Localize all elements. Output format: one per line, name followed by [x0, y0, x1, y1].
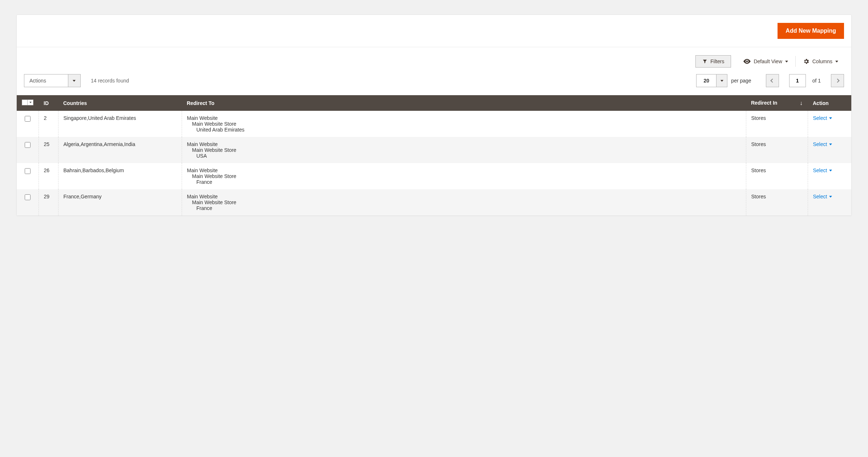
- redirect-to-line: Main Website: [187, 194, 741, 199]
- topbar: Add New Mapping: [17, 15, 851, 47]
- eye-icon: [743, 59, 751, 64]
- row-checkbox-cell: [17, 189, 39, 215]
- header-redirect-in-label: Redirect In: [751, 100, 777, 106]
- gear-icon: [803, 58, 810, 65]
- redirect-to-line: Main Website Store: [187, 173, 741, 179]
- row-select-label: Select: [813, 167, 827, 173]
- row-redirect-to: Main WebsiteMain Website StoreUSA: [182, 137, 746, 163]
- header-action: Action: [808, 95, 851, 111]
- select-all-dropdown[interactable]: [28, 100, 33, 105]
- controlbar-left: Actions 14 records found: [24, 74, 129, 87]
- records-found-label: 14 records found: [91, 78, 129, 84]
- controlbar-right: 20 per page of 1: [696, 74, 844, 87]
- actions-label: Actions: [24, 74, 68, 87]
- page-size-dropdown-toggle[interactable]: [716, 74, 727, 87]
- redirect-to-line: Main Website: [187, 167, 741, 173]
- row-action-cell: Select: [808, 137, 851, 163]
- funnel-icon: [702, 59, 707, 64]
- row-checkbox[interactable]: [25, 116, 31, 122]
- row-redirect-in: Stores: [746, 163, 808, 189]
- row-checkbox-cell: [17, 137, 39, 163]
- redirect-to-line: France: [187, 205, 741, 211]
- sort-arrow-down-icon: ↓: [800, 100, 803, 106]
- row-select-action[interactable]: Select: [813, 194, 832, 199]
- default-view-button[interactable]: Default View: [738, 56, 794, 67]
- row-checkbox[interactable]: [25, 194, 31, 200]
- redirect-to-line: Main Website Store: [187, 147, 741, 153]
- header-redirect-in[interactable]: Redirect In ↓: [746, 95, 808, 111]
- table-header-row: ID Countries Redirect To Redirect In ↓ A…: [17, 95, 851, 111]
- redirect-to-line: Main Website: [187, 115, 741, 121]
- caret-down-icon: [835, 61, 838, 62]
- redirect-to-line: France: [187, 179, 741, 185]
- caret-down-icon: [829, 117, 832, 119]
- row-id: 25: [39, 137, 58, 163]
- row-id: 29: [39, 189, 58, 215]
- row-redirect-to: Main WebsiteMain Website StoreFrance: [182, 163, 746, 189]
- row-select-label: Select: [813, 115, 827, 121]
- grid-toolbar: Filters Default View Columns: [17, 47, 851, 68]
- toolbar-divider: [795, 56, 796, 67]
- prev-page-button[interactable]: [766, 74, 779, 87]
- columns-button[interactable]: Columns: [797, 55, 844, 68]
- row-action-cell: Select: [808, 189, 851, 215]
- caret-down-icon: [29, 102, 32, 103]
- row-countries: France,Germany: [58, 189, 182, 215]
- row-select-label: Select: [813, 141, 827, 147]
- header-countries[interactable]: Countries: [58, 95, 182, 111]
- mappings-table: ID Countries Redirect To Redirect In ↓ A…: [17, 95, 851, 215]
- page-size-select[interactable]: 20: [696, 74, 727, 87]
- row-redirect-in: Stores: [746, 137, 808, 163]
- table-row[interactable]: 29France,GermanyMain WebsiteMain Website…: [17, 189, 851, 215]
- grid-controlbar: Actions 14 records found 20 per page: [17, 68, 851, 95]
- row-id: 2: [39, 111, 58, 137]
- header-checkbox-col: [17, 95, 39, 111]
- page-size-value: 20: [697, 74, 716, 87]
- table-row[interactable]: 26Bahrain,Barbados,BelgiumMain WebsiteMa…: [17, 163, 851, 189]
- row-select-action[interactable]: Select: [813, 167, 832, 173]
- row-select-label: Select: [813, 194, 827, 199]
- table-row[interactable]: 2Singapore,United Arab EmiratesMain Webs…: [17, 111, 851, 137]
- caret-down-icon: [785, 61, 788, 62]
- current-page-input[interactable]: [789, 74, 806, 87]
- page-size-control: 20 per page: [696, 74, 751, 87]
- header-id[interactable]: ID: [39, 95, 58, 111]
- redirect-to-line: USA: [187, 153, 741, 159]
- filters-button[interactable]: Filters: [695, 55, 731, 68]
- row-select-action[interactable]: Select: [813, 141, 832, 147]
- row-select-action[interactable]: Select: [813, 115, 832, 121]
- chevron-left-icon: [770, 78, 774, 82]
- row-checkbox-cell: [17, 163, 39, 189]
- redirect-to-line: United Arab Emirates: [187, 127, 741, 133]
- row-action-cell: Select: [808, 111, 851, 137]
- redirect-to-line: Main Website: [187, 141, 741, 147]
- select-all-checkbox[interactable]: [22, 100, 28, 105]
- actions-dropdown-toggle[interactable]: [68, 74, 80, 87]
- row-redirect-to: Main WebsiteMain Website StoreFrance: [182, 189, 746, 215]
- caret-down-icon: [73, 80, 76, 82]
- caret-down-icon: [829, 143, 832, 145]
- row-redirect-in: Stores: [746, 111, 808, 137]
- default-view-label: Default View: [754, 58, 782, 64]
- mass-actions-select[interactable]: Actions: [24, 74, 81, 87]
- row-countries: Bahrain,Barbados,Belgium: [58, 163, 182, 189]
- admin-grid-card: Add New Mapping Filters Default View Col…: [16, 15, 852, 216]
- caret-down-icon: [829, 170, 832, 171]
- header-redirect-to[interactable]: Redirect To: [182, 95, 746, 111]
- row-redirect-in: Stores: [746, 189, 808, 215]
- chevron-right-icon: [835, 78, 839, 82]
- row-countries: Algeria,Argentina,Armenia,India: [58, 137, 182, 163]
- row-checkbox-cell: [17, 111, 39, 137]
- row-action-cell: Select: [808, 163, 851, 189]
- page-of-label: of 1: [812, 78, 821, 84]
- row-id: 26: [39, 163, 58, 189]
- row-checkbox[interactable]: [25, 142, 31, 148]
- table-row[interactable]: 25Algeria,Argentina,Armenia,IndiaMain We…: [17, 137, 851, 163]
- row-checkbox[interactable]: [25, 168, 31, 174]
- next-page-button[interactable]: [831, 74, 844, 87]
- caret-down-icon: [720, 80, 723, 82]
- per-page-label: per page: [731, 78, 751, 84]
- columns-label: Columns: [812, 58, 832, 64]
- filters-label: Filters: [710, 58, 724, 64]
- add-new-mapping-button[interactable]: Add New Mapping: [778, 23, 844, 39]
